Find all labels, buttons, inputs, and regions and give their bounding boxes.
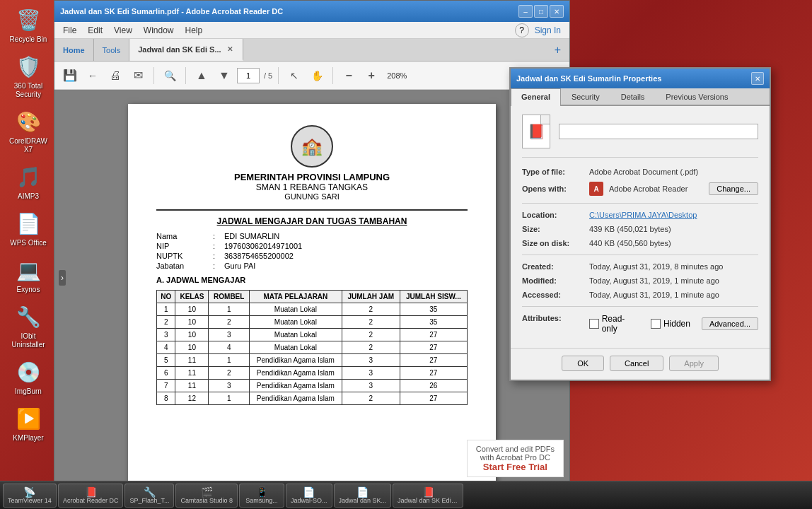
desktop-icon-recycle-bin[interactable]: 🗑️ Recycle Bin [3,3,54,47]
toolbar-sep-4 [332,67,333,84]
taskbar-jadwal-sk2[interactable]: 📕 Jadwal dan SK Edi S... [393,484,463,508]
kmplayer-label: KMPlayer [4,434,52,443]
pdf-page: 🏫 PEMERINTAH PROVINSI LAMPUNG SMAN 1 REB… [128,104,496,508]
taskbar-acrobat[interactable]: 📕 Acrobat Reader DC [58,484,124,508]
aimp3-icon: 🎵 [14,163,42,191]
dialog-close-button[interactable]: ✕ [751,72,764,85]
desktop-icon-exynos[interactable]: 💻 Exynos [3,253,54,297]
pdf-nip-label: NIP [156,242,213,250]
menu-view[interactable]: View [108,24,138,37]
back-button[interactable]: ← [83,66,103,86]
teamviewer-label: TeamViewer 14 [8,497,52,504]
menu-file[interactable]: File [57,24,82,37]
taskbar-jadwal-so[interactable]: 📄 Jadwal-SO... [286,484,332,508]
dialog-title: Jadwal dan SK Edi Sumarlin Properties [516,74,661,83]
pdf-field-nuptk: NUPTK : 3638754655200002 [156,252,468,260]
zoom-out-button[interactable]: − [339,66,359,86]
accessed-label: Accessed: [522,291,589,299]
page-number-input[interactable] [237,68,260,83]
sign-in-link[interactable]: Sign In [535,25,561,35]
restore-button[interactable]: □ [534,5,548,18]
window-controls: – □ ✕ [518,5,564,18]
desktop-icon-kmplayer[interactable]: ▶️ KMPlayer [3,402,54,445]
spflash-label: SP_Flash_T... [129,497,169,504]
taskbar: 📡 TeamViewer 14 📕 Acrobat Reader DC 🔧 SP… [0,481,812,509]
camtasia-label: Camtasia Studio 8 [180,497,233,504]
desktop-icon-wps[interactable]: 📄 WPS Office [3,206,54,250]
tab-tools-label: Tools [103,46,121,54]
cursor-tool-button[interactable]: ↖ [284,66,304,86]
apply-button[interactable]: Apply [669,356,719,371]
nav-arrow-icon[interactable]: › [59,270,66,286]
cancel-button[interactable]: Cancel [610,356,663,371]
next-page-button[interactable]: ▼ [214,66,234,86]
advanced-button[interactable]: Advanced... [702,317,758,330]
location-label: Location: [522,211,589,219]
table-row: 1101Muatan Lokal235 [157,303,468,316]
desktop-icon-coreldraw[interactable]: 🎨 CorelDRAW X7 [3,105,54,157]
tab-bar: Home Tools Jadwal dan SK Edi S... ✕ + [54,39,569,62]
menu-bar: File Edit View Window Help ? Sign In [54,22,569,39]
dialog-titlebar: Jadwal dan SK Edi Sumarlin Properties ✕ [511,69,770,88]
desktop-icon-imgburn[interactable]: 💿 ImgBurn [3,355,54,399]
col-mata: MATA PELAJARAN [249,291,342,303]
dialog-tab-general[interactable]: General [511,88,561,106]
iobit-icon: 🔧 [14,303,42,331]
aimp3-label: AIMP3 [4,192,52,201]
dialog-tab-details[interactable]: Details [610,88,656,105]
hidden-checkbox[interactable] [651,319,661,329]
jadwal-sk1-icon: 📄 [356,487,369,497]
tab-home[interactable]: Home [54,39,94,61]
tab-close-button[interactable]: ✕ [226,45,234,53]
toolbar: 💾 ← 🖨 ✉ 🔍 ▲ ▼ / 5 ↖ ✋ − + 208% [54,62,569,90]
dialog-tab-previous[interactable]: Previous Versions [655,88,738,105]
change-app-button[interactable]: Change... [709,182,758,195]
taskbar-jadwal-sk1[interactable]: 📄 Jadwal dan SK... [334,484,392,508]
type-value: Adobe Acrobat Document (.pdf) [589,168,758,176]
prev-page-button[interactable]: ▲ [192,66,211,86]
tab-tools[interactable]: Tools [94,39,130,61]
col-rombel: ROMBEL [209,291,249,303]
close-button[interactable]: ✕ [550,5,564,18]
type-label: Type of file: [522,168,589,176]
acrobat-window: Jadwal dan SK Edi Sumarlin.pdf - Adobe A… [54,0,570,509]
samsung-icon: 📱 [256,487,268,497]
start-free-trial-link[interactable]: Start Free Trial [476,462,555,472]
file-name-input[interactable]: Jadwal dan SK Edi Sumarlin [559,124,758,139]
taskbar-samsung[interactable]: 📱 Samsung... [239,484,284,508]
pdf-govt-title: PEMERINTAH PROVINSI LAMPUNG [156,172,468,182]
menu-help[interactable]: Help [180,24,209,37]
table-row: 7113Pendidikan Agama Islam326 [157,380,468,392]
find-button[interactable]: 🔍 [160,66,180,86]
ok-button[interactable]: OK [562,356,604,371]
hand-tool-button[interactable]: ✋ [307,66,327,86]
acrobat-icon: 📕 [85,487,97,497]
new-tab-button[interactable]: + [555,44,561,57]
desktop-icon-iobit[interactable]: 🔧 IObit Uninstaller [3,300,54,352]
desktop-icon-aimp3[interactable]: 🎵 AIMP3 [3,160,54,204]
save-button[interactable]: 💾 [60,66,80,86]
tab-document[interactable]: Jadwal dan SK Edi S... ✕ [129,39,243,61]
pdf-fields: Nama : EDI SUMARLIN NIP : 19760306201497… [156,232,468,270]
size-disk-value: 440 KB (450,560 bytes) [589,239,758,247]
zoom-in-button[interactable]: + [361,66,381,86]
size-value: 439 KB (450,021 bytes) [589,225,758,233]
readonly-checkbox[interactable] [589,319,599,329]
menu-window[interactable]: Window [138,24,180,37]
toolbar-sep-2 [185,67,186,84]
taskbar-spflash[interactable]: 🔧 SP_Flash_T... [124,484,174,508]
print-button[interactable]: 🖨 [105,66,125,86]
desktop-icon-360-security[interactable]: 🛡️ 360 Total Security [3,49,54,102]
taskbar-camtasia[interactable]: 🎬 Camtasia Studio 8 [175,484,238,508]
email-button[interactable]: ✉ [128,66,148,86]
help-button[interactable]: ? [515,23,529,37]
menu-edit[interactable]: Edit [82,24,108,37]
pdf-content[interactable]: › 🏫 PEMERINTAH PROVINSI LAMPUNG SMAN 1 R… [54,90,569,508]
dialog-tab-security[interactable]: Security [561,88,610,105]
hidden-label: Hidden [663,319,690,329]
prop-modified: Modified: Today, August 31, 2019, 1 minu… [522,276,758,285]
jadwal-sk2-label: Jadwal dan SK Edi S... [398,497,458,504]
taskbar-teamviewer[interactable]: 📡 TeamViewer 14 [3,484,57,508]
minimize-button[interactable]: – [518,5,533,18]
accessed-value: Today, August 31, 2019, 1 minute ago [589,291,758,299]
